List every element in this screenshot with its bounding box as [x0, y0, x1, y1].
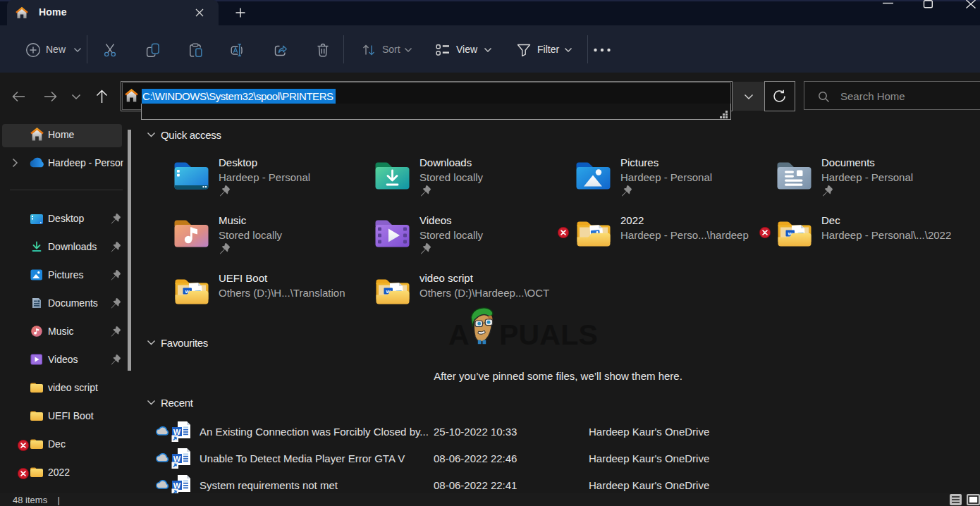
svg-text:A: A — [448, 319, 470, 350]
svg-text:PUALS: PUALS — [499, 319, 598, 350]
